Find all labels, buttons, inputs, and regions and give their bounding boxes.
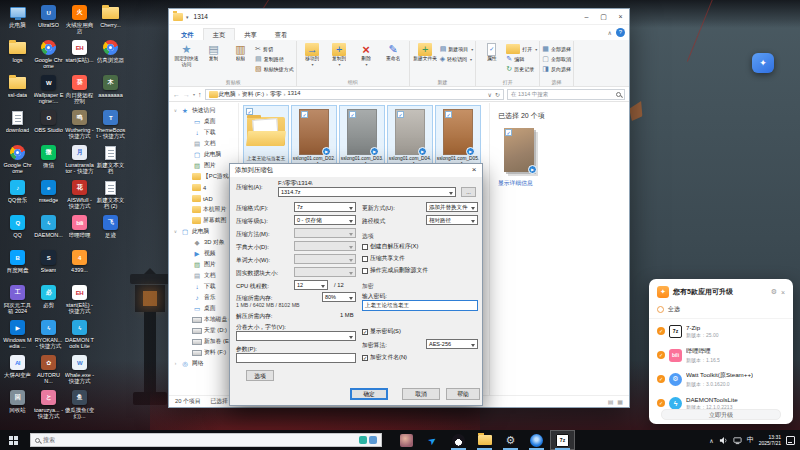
tree-expander-icon[interactable]: ∨	[173, 229, 178, 234]
selection-checkbox[interactable]	[301, 111, 308, 118]
sidebar-item[interactable]: tAD	[169, 193, 238, 204]
ribbon-tab[interactable]: 主页	[203, 28, 236, 40]
ribbon-tab[interactable]: 共享	[235, 29, 266, 40]
level-combo[interactable]: 0 - 仅存储	[294, 215, 356, 225]
sidebar-item[interactable]: 下载	[169, 127, 238, 138]
sidebar-item[interactable]: 视频	[169, 248, 238, 259]
desktop-icon[interactable]: 新建文本文档	[95, 143, 126, 178]
desktop-icon[interactable]: 工 囧次元工具箱 2024	[2, 283, 33, 318]
sidebar-item[interactable]: 图片	[169, 160, 238, 171]
minimize-button[interactable]: –	[578, 9, 595, 25]
file-item-video[interactable]: sslong01.com_D05.mp4	[435, 105, 481, 169]
checked-icon[interactable]	[657, 351, 665, 359]
ribbon-button-small[interactable]: 全部选择	[542, 44, 571, 53]
path-mode-combo[interactable]: 相对路径	[426, 215, 478, 225]
show-details-link[interactable]: 显示详细信息	[498, 179, 621, 188]
file-item-video[interactable]: sslong01.com_D04.mp4	[387, 105, 433, 169]
sidebar-item[interactable]: 文档	[169, 270, 238, 281]
ribbon-button-small[interactable]: 复制路径	[255, 54, 294, 63]
sidebar-item[interactable]: 3D 对象	[169, 237, 238, 248]
desktop-icon[interactable]: 葵 向日葵远程控制	[64, 73, 95, 108]
desktop-icon[interactable]: bili 哔哩哔哩	[64, 213, 95, 248]
memory-combo[interactable]: 80%	[322, 292, 356, 302]
sidebar-item[interactable]: 下载	[169, 281, 238, 292]
help-icon[interactable]	[616, 28, 625, 37]
network-icon[interactable]	[733, 436, 742, 445]
sidebar-item[interactable]: 音乐	[169, 292, 238, 303]
taskbar-app-button[interactable]	[394, 430, 419, 450]
ribbon-collapse-icon[interactable]	[608, 29, 612, 36]
quick-access-toolbar-arrow[interactable]: ▾	[186, 14, 189, 20]
update-mode-combo[interactable]: 添加并替换文件	[426, 202, 478, 212]
desktop-icon[interactable]: 飞 足迹	[95, 213, 126, 248]
breadcrumb[interactable]: 此电脑资料 (F:)零零1314 ∨↻	[205, 89, 504, 100]
archive-name-combo[interactable]: 1314.7z	[278, 187, 456, 197]
sidebar-item[interactable]: › 网络	[169, 358, 238, 369]
ribbon-button[interactable]: 属性	[478, 41, 505, 62]
desktop-icon[interactable]: AI 大饼AI变声	[2, 353, 33, 388]
desktop-icon[interactable]: ssl-data	[2, 73, 33, 108]
selection-checkbox[interactable]	[397, 111, 404, 118]
sidebar-item[interactable]: 天堂 (D:)	[169, 325, 238, 336]
sidebar-item[interactable]: 资料 (F:)	[169, 347, 238, 358]
taskbar-clock[interactable]: 13:31 2025/7/21	[759, 434, 781, 446]
sidebar-item[interactable]: 4	[169, 182, 238, 193]
desktop-icon[interactable]: 回 回收站	[2, 388, 33, 423]
taskbar-search-input[interactable]: 搜索	[30, 433, 382, 447]
params-input[interactable]	[236, 353, 356, 363]
desktop-icon[interactable]: U UltraISO	[33, 3, 64, 38]
maximize-button[interactable]: ▢	[595, 9, 612, 25]
ribbon-button[interactable]: 移动到	[299, 41, 326, 67]
help-button[interactable]: 帮助	[446, 388, 480, 400]
volume-icon[interactable]	[719, 436, 728, 445]
ribbon-tab[interactable]: 文件	[172, 29, 203, 40]
ribbon-button-small[interactable]: 新建项目	[440, 44, 474, 53]
threads-combo[interactable]: 12	[294, 280, 328, 290]
taskbar-app-button[interactable]	[498, 430, 523, 450]
desktop-icon[interactable]: Google Chrome	[2, 143, 33, 178]
shared-files-checkbox[interactable]: 压缩共享文件	[362, 254, 405, 263]
ribbon-button[interactable]: 删除	[353, 41, 380, 67]
options-button[interactable]: 选项	[246, 370, 274, 381]
selection-checkbox[interactable]	[349, 111, 356, 118]
desktop-icon[interactable]: 必 必剪	[33, 283, 64, 318]
desktop-icon[interactable]: EH start(E站) - 快捷方式	[64, 283, 95, 318]
desktop-icon[interactable]: Q QQ	[2, 213, 33, 248]
desktop-icon[interactable]: O OBS Studio	[33, 108, 64, 143]
ribbon-button-small[interactable]: 编辑	[506, 54, 537, 63]
ribbon-button[interactable]: 复制	[200, 41, 227, 67]
view-thumbnails-icon[interactable]: ▦	[617, 398, 623, 405]
sidebar-item[interactable]: 本地磁盘 (C:)	[169, 314, 238, 325]
sidebar-item[interactable]: ∨ 此电脑	[169, 226, 238, 237]
format-combo[interactable]: 7z	[294, 202, 356, 212]
sfx-checkbox[interactable]: 创建自解压程序(X)	[362, 242, 418, 251]
ribbon-button-small[interactable]: 打开	[506, 44, 537, 53]
sidebar-item[interactable]: 桌面	[169, 303, 238, 314]
desktop-icon[interactable]: W Whale.exe - 快捷方式	[64, 353, 95, 388]
desktop-icon[interactable]: 花 AISWfull - 快捷方式	[64, 178, 95, 213]
desktop-icon[interactable]: Cherry...	[95, 3, 126, 38]
taskbar-app-button[interactable]	[550, 430, 575, 450]
selection-checkbox[interactable]	[246, 108, 253, 115]
ribbon-button[interactable]: 固定到快速访问	[173, 41, 200, 67]
up-icon[interactable]: ↑	[198, 91, 202, 98]
show-password-checkbox[interactable]: ✓显示密码(S)	[362, 327, 401, 336]
action-center-icon[interactable]	[786, 436, 795, 445]
ribbon-button-small[interactable]: 轻松访问	[440, 54, 474, 63]
back-icon[interactable]: ←	[173, 91, 180, 98]
ribbon-button-small[interactable]: 剪切	[255, 44, 294, 53]
password-input[interactable]: 上老王论坛当老王	[362, 300, 478, 311]
ribbon-button[interactable]: 复制到	[326, 41, 353, 67]
taskbar-app-button[interactable]	[446, 430, 471, 450]
floating-assistant-widget[interactable]	[752, 53, 774, 73]
taskbar-app-button[interactable]	[420, 430, 445, 450]
cancel-button[interactable]: 取消	[402, 388, 440, 400]
desktop-icon[interactable]: 木 aaaaaaaa	[95, 73, 126, 108]
desktop-icon[interactable]: ♪ QQ音乐	[2, 178, 33, 213]
desktop-icon[interactable]: 4 4399...	[64, 248, 95, 283]
sidebar-item[interactable]: 桌面	[169, 116, 238, 127]
desktop-icon[interactable]: と toaruzya... - 快捷方式	[33, 388, 64, 423]
tree-expander-icon[interactable]: ›	[173, 361, 178, 366]
address-dropdown-icon[interactable]: ∨	[488, 91, 492, 98]
tray-expand-icon[interactable]	[709, 437, 713, 444]
